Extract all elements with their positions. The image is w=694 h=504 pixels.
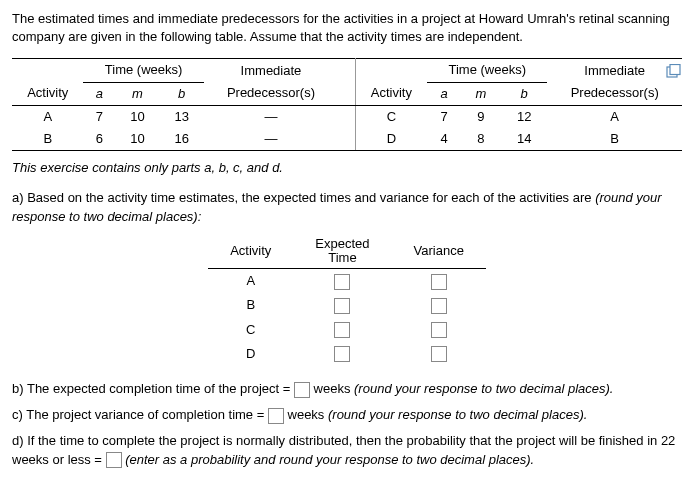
- part-b-input[interactable]: [294, 382, 310, 398]
- col-b-right: b: [501, 82, 547, 105]
- part-b-text2: weeks: [310, 381, 354, 396]
- part-c-input[interactable]: [268, 408, 284, 424]
- activity-table: Time (weeks) Immediate Time (weeks) Imme…: [12, 58, 682, 151]
- cell: 10: [115, 105, 159, 128]
- cell: 7: [83, 105, 115, 128]
- answer-table: Activity ExpectedTime Variance A B C D: [208, 234, 486, 366]
- cell: 10: [115, 128, 159, 151]
- copy-icon[interactable]: [666, 64, 682, 83]
- time-header-left: Time (weeks): [83, 59, 203, 82]
- answer-row: B: [208, 293, 486, 317]
- cell: 13: [160, 105, 204, 128]
- col-activity-right: Activity: [355, 82, 427, 105]
- cell: C: [355, 105, 427, 128]
- cell: B: [12, 128, 83, 151]
- col-a-right: a: [427, 82, 461, 105]
- cell: 12: [501, 105, 547, 128]
- part-a-text1: a) Based on the activity time estimates,…: [12, 190, 595, 205]
- part-b-text3: (round your response to two decimal plac…: [354, 381, 613, 396]
- expected-input-a[interactable]: [334, 274, 350, 290]
- part-c-text2: weeks: [284, 407, 328, 422]
- ans-col-expected: ExpectedTime: [293, 234, 391, 269]
- col-m-right: m: [461, 82, 501, 105]
- part-d-input[interactable]: [106, 452, 122, 468]
- col-pred-left: Predecessor(s): [204, 82, 339, 105]
- cell: 6: [83, 128, 115, 151]
- ans-col-variance: Variance: [392, 234, 486, 269]
- cell: 16: [160, 128, 204, 151]
- col-b-left: b: [160, 82, 204, 105]
- cell: 8: [461, 128, 501, 151]
- part-c-text1: c) The project variance of completion ti…: [12, 407, 268, 422]
- expected-input-c[interactable]: [334, 322, 350, 338]
- cell: C: [208, 318, 293, 342]
- cell: —: [204, 128, 339, 151]
- cell: 9: [461, 105, 501, 128]
- part-c-text3: (round your response to two decimal plac…: [328, 407, 587, 422]
- answer-row: C: [208, 318, 486, 342]
- table-row: B 6 10 16 — D 4 8 14 B: [12, 128, 682, 151]
- cell: A: [208, 269, 293, 294]
- answer-row: D: [208, 342, 486, 366]
- problem-intro: The estimated times and immediate predec…: [12, 10, 682, 46]
- cell: 14: [501, 128, 547, 151]
- table-row: A 7 10 13 — C 7 9 12 A: [12, 105, 682, 128]
- cell: —: [204, 105, 339, 128]
- variance-input-b[interactable]: [431, 298, 447, 314]
- cell: A: [12, 105, 83, 128]
- part-b-text1: b) The expected completion time of the p…: [12, 381, 294, 396]
- col-activity-left: Activity: [12, 82, 83, 105]
- time-header-right: Time (weeks): [427, 59, 547, 82]
- expected-input-b[interactable]: [334, 298, 350, 314]
- cell: D: [355, 128, 427, 151]
- expected-input-d[interactable]: [334, 346, 350, 362]
- part-d: d) If the time to complete the project i…: [12, 432, 682, 468]
- col-m-left: m: [115, 82, 159, 105]
- cell: 4: [427, 128, 461, 151]
- col-pred-right: Predecessor(s): [547, 82, 682, 105]
- svg-rect-1: [670, 65, 680, 75]
- col-a-left: a: [83, 82, 115, 105]
- variance-input-c[interactable]: [431, 322, 447, 338]
- part-b: b) The expected completion time of the p…: [12, 380, 682, 398]
- part-c: c) The project variance of completion ti…: [12, 406, 682, 424]
- variance-input-a[interactable]: [431, 274, 447, 290]
- part-d-text3: (enter as a probability and round your r…: [125, 452, 534, 467]
- ans-col-activity: Activity: [208, 234, 293, 269]
- cell: A: [547, 105, 682, 128]
- cell: B: [547, 128, 682, 151]
- cell: 7: [427, 105, 461, 128]
- cell: D: [208, 342, 293, 366]
- immediate-header-right: Immediate: [547, 59, 682, 82]
- cell: B: [208, 293, 293, 317]
- part-a: a) Based on the activity time estimates,…: [12, 189, 682, 225]
- immediate-header-left: Immediate: [204, 59, 339, 82]
- exercise-note: This exercise contains only parts a, b, …: [12, 159, 682, 177]
- answer-row: A: [208, 269, 486, 294]
- variance-input-d[interactable]: [431, 346, 447, 362]
